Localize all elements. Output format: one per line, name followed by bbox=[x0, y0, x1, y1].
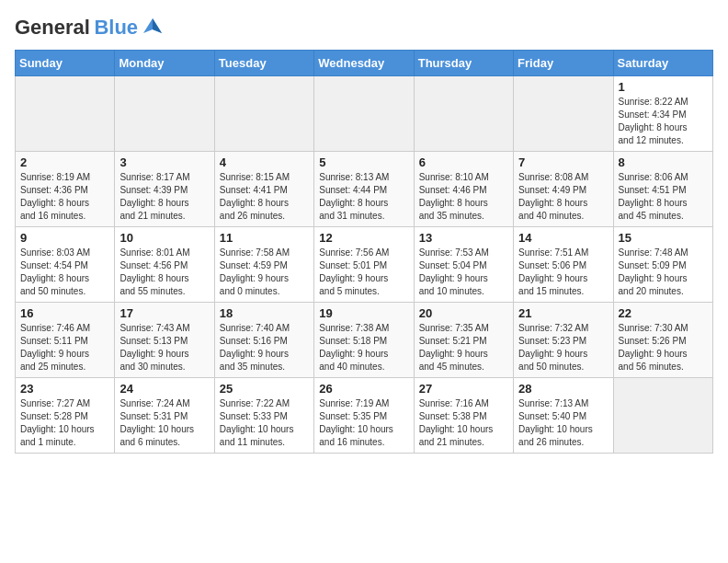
calendar-cell: 15Sunrise: 7:48 AM Sunset: 5:09 PM Dayli… bbox=[613, 227, 712, 303]
day-info: Sunrise: 8:10 AM Sunset: 4:46 PM Dayligh… bbox=[419, 171, 508, 223]
calendar-week-2: 2Sunrise: 8:19 AM Sunset: 4:36 PM Daylig… bbox=[16, 152, 713, 227]
calendar-cell: 24Sunrise: 7:24 AM Sunset: 5:31 PM Dayli… bbox=[115, 378, 214, 454]
calendar-cell bbox=[214, 76, 313, 152]
calendar-cell: 21Sunrise: 7:32 AM Sunset: 5:23 PM Dayli… bbox=[514, 303, 613, 378]
logo-blue: Blue bbox=[94, 16, 138, 39]
calendar-header-saturday: Saturday bbox=[613, 51, 712, 76]
day-number: 17 bbox=[119, 306, 209, 320]
day-number: 8 bbox=[619, 155, 708, 169]
calendar-cell: 19Sunrise: 7:38 AM Sunset: 5:18 PM Dayli… bbox=[314, 303, 414, 378]
day-info: Sunrise: 7:46 AM Sunset: 5:11 PM Dayligh… bbox=[20, 322, 109, 373]
day-number: 24 bbox=[119, 382, 209, 396]
logo-general: General bbox=[15, 16, 90, 39]
calendar-cell: 22Sunrise: 7:30 AM Sunset: 5:26 PM Dayli… bbox=[613, 303, 712, 378]
calendar-week-4: 16Sunrise: 7:46 AM Sunset: 5:11 PM Dayli… bbox=[16, 303, 713, 378]
day-number: 7 bbox=[518, 155, 608, 169]
calendar-header-wednesday: Wednesday bbox=[314, 51, 414, 76]
calendar-cell: 5Sunrise: 8:13 AM Sunset: 4:44 PM Daylig… bbox=[314, 152, 414, 227]
calendar-cell: 2Sunrise: 8:19 AM Sunset: 4:36 PM Daylig… bbox=[16, 152, 115, 227]
calendar-cell bbox=[613, 378, 712, 454]
calendar-week-1: 1Sunrise: 8:22 AM Sunset: 4:34 PM Daylig… bbox=[16, 76, 713, 152]
day-number: 23 bbox=[20, 382, 109, 396]
day-number: 2 bbox=[20, 155, 109, 169]
day-number: 5 bbox=[319, 155, 408, 169]
calendar-header-monday: Monday bbox=[115, 51, 214, 76]
logo-bird-icon bbox=[140, 15, 165, 40]
calendar-cell bbox=[16, 76, 115, 152]
calendar-header-row: SundayMondayTuesdayWednesdayThursdayFrid… bbox=[16, 51, 713, 76]
calendar-cell: 18Sunrise: 7:40 AM Sunset: 5:16 PM Dayli… bbox=[214, 303, 313, 378]
day-number: 20 bbox=[419, 306, 508, 320]
calendar-cell: 14Sunrise: 7:51 AM Sunset: 5:06 PM Dayli… bbox=[514, 227, 613, 303]
calendar-cell: 3Sunrise: 8:17 AM Sunset: 4:39 PM Daylig… bbox=[115, 152, 214, 227]
day-number: 28 bbox=[518, 382, 608, 396]
day-info: Sunrise: 7:48 AM Sunset: 5:09 PM Dayligh… bbox=[619, 247, 708, 298]
day-info: Sunrise: 7:40 AM Sunset: 5:16 PM Dayligh… bbox=[220, 322, 309, 373]
day-info: Sunrise: 7:51 AM Sunset: 5:06 PM Dayligh… bbox=[518, 247, 608, 298]
day-info: Sunrise: 8:13 AM Sunset: 4:44 PM Dayligh… bbox=[319, 171, 408, 223]
day-info: Sunrise: 7:43 AM Sunset: 5:13 PM Dayligh… bbox=[119, 322, 209, 373]
calendar-week-5: 23Sunrise: 7:27 AM Sunset: 5:28 PM Dayli… bbox=[16, 378, 713, 454]
svg-marker-1 bbox=[153, 18, 162, 33]
day-info: Sunrise: 8:15 AM Sunset: 4:41 PM Dayligh… bbox=[220, 171, 309, 223]
logo: General Blue bbox=[15, 15, 165, 40]
day-number: 15 bbox=[619, 231, 708, 245]
calendar-cell: 25Sunrise: 7:22 AM Sunset: 5:33 PM Dayli… bbox=[214, 378, 313, 454]
day-number: 19 bbox=[319, 306, 408, 320]
day-info: Sunrise: 8:19 AM Sunset: 4:36 PM Dayligh… bbox=[20, 171, 109, 223]
calendar-cell: 11Sunrise: 7:58 AM Sunset: 4:59 PM Dayli… bbox=[214, 227, 313, 303]
calendar-cell bbox=[314, 76, 414, 152]
calendar-cell: 28Sunrise: 7:13 AM Sunset: 5:40 PM Dayli… bbox=[514, 378, 613, 454]
calendar-cell: 27Sunrise: 7:16 AM Sunset: 5:38 PM Dayli… bbox=[414, 378, 513, 454]
day-number: 9 bbox=[20, 231, 109, 245]
day-number: 4 bbox=[220, 155, 309, 169]
day-info: Sunrise: 7:16 AM Sunset: 5:38 PM Dayligh… bbox=[419, 397, 508, 449]
calendar-cell: 13Sunrise: 7:53 AM Sunset: 5:04 PM Dayli… bbox=[414, 227, 513, 303]
day-number: 11 bbox=[220, 231, 309, 245]
day-info: Sunrise: 7:27 AM Sunset: 5:28 PM Dayligh… bbox=[20, 397, 109, 449]
day-number: 16 bbox=[20, 306, 109, 320]
day-info: Sunrise: 7:53 AM Sunset: 5:04 PM Dayligh… bbox=[419, 247, 508, 298]
calendar-cell: 6Sunrise: 8:10 AM Sunset: 4:46 PM Daylig… bbox=[414, 152, 513, 227]
day-number: 12 bbox=[319, 231, 408, 245]
day-info: Sunrise: 7:24 AM Sunset: 5:31 PM Dayligh… bbox=[119, 397, 209, 449]
calendar-cell: 26Sunrise: 7:19 AM Sunset: 5:35 PM Dayli… bbox=[314, 378, 414, 454]
calendar-header-tuesday: Tuesday bbox=[214, 51, 313, 76]
day-number: 3 bbox=[119, 155, 209, 169]
day-number: 10 bbox=[119, 231, 209, 245]
calendar-cell: 10Sunrise: 8:01 AM Sunset: 4:56 PM Dayli… bbox=[115, 227, 214, 303]
calendar-cell: 17Sunrise: 7:43 AM Sunset: 5:13 PM Dayli… bbox=[115, 303, 214, 378]
day-info: Sunrise: 8:06 AM Sunset: 4:51 PM Dayligh… bbox=[619, 171, 708, 223]
page-header: General Blue bbox=[15, 15, 713, 40]
day-number: 1 bbox=[619, 80, 708, 94]
day-number: 26 bbox=[319, 382, 408, 396]
day-number: 25 bbox=[220, 382, 309, 396]
day-number: 27 bbox=[419, 382, 508, 396]
calendar-cell bbox=[514, 76, 613, 152]
calendar-cell: 7Sunrise: 8:08 AM Sunset: 4:49 PM Daylig… bbox=[514, 152, 613, 227]
calendar-header-friday: Friday bbox=[514, 51, 613, 76]
day-info: Sunrise: 8:17 AM Sunset: 4:39 PM Dayligh… bbox=[119, 171, 209, 223]
day-number: 13 bbox=[419, 231, 508, 245]
calendar-cell: 16Sunrise: 7:46 AM Sunset: 5:11 PM Dayli… bbox=[16, 303, 115, 378]
calendar-cell: 12Sunrise: 7:56 AM Sunset: 5:01 PM Dayli… bbox=[314, 227, 414, 303]
calendar-cell: 1Sunrise: 8:22 AM Sunset: 4:34 PM Daylig… bbox=[613, 76, 712, 152]
calendar-week-3: 9Sunrise: 8:03 AM Sunset: 4:54 PM Daylig… bbox=[16, 227, 713, 303]
calendar-cell: 20Sunrise: 7:35 AM Sunset: 5:21 PM Dayli… bbox=[414, 303, 513, 378]
day-number: 14 bbox=[518, 231, 608, 245]
calendar-cell: 4Sunrise: 8:15 AM Sunset: 4:41 PM Daylig… bbox=[214, 152, 313, 227]
day-info: Sunrise: 8:01 AM Sunset: 4:56 PM Dayligh… bbox=[119, 247, 209, 298]
calendar-cell: 23Sunrise: 7:27 AM Sunset: 5:28 PM Dayli… bbox=[16, 378, 115, 454]
calendar: SundayMondayTuesdayWednesdayThursdayFrid… bbox=[15, 50, 713, 454]
day-number: 21 bbox=[518, 306, 608, 320]
day-number: 18 bbox=[220, 306, 309, 320]
day-info: Sunrise: 7:32 AM Sunset: 5:23 PM Dayligh… bbox=[518, 322, 608, 373]
calendar-cell: 8Sunrise: 8:06 AM Sunset: 4:51 PM Daylig… bbox=[613, 152, 712, 227]
day-info: Sunrise: 7:30 AM Sunset: 5:26 PM Dayligh… bbox=[619, 322, 708, 373]
day-number: 6 bbox=[419, 155, 508, 169]
day-number: 22 bbox=[619, 306, 708, 320]
calendar-cell: 9Sunrise: 8:03 AM Sunset: 4:54 PM Daylig… bbox=[16, 227, 115, 303]
day-info: Sunrise: 7:58 AM Sunset: 4:59 PM Dayligh… bbox=[220, 247, 309, 298]
day-info: Sunrise: 7:38 AM Sunset: 5:18 PM Dayligh… bbox=[319, 322, 408, 373]
calendar-header-sunday: Sunday bbox=[16, 51, 115, 76]
